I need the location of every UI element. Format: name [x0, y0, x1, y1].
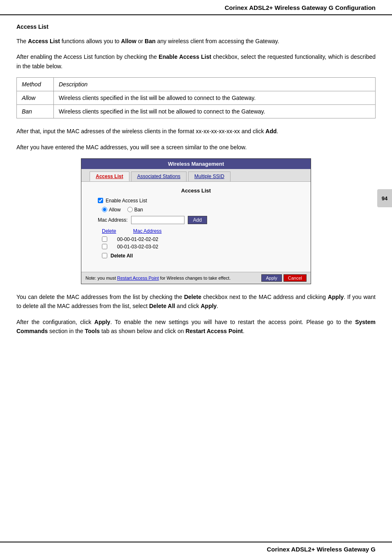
- table-header-description: Description: [54, 78, 376, 91]
- tab-associated-stations[interactable]: Associated Stations: [131, 171, 187, 181]
- delete-all-label: Delete All: [111, 253, 133, 259]
- wm-tabs: Access List Associated Stations Multiple…: [81, 169, 311, 182]
- list-item: 00-01-03-02-03-02: [90, 244, 302, 250]
- page-footer: Corinex ADSL2+ Wireless Gateway G: [0, 542, 392, 556]
- restart-access-point-link[interactable]: Restart Access Point: [117, 276, 159, 280]
- main-content: Access List The Access List functions al…: [0, 15, 392, 375]
- mac-address-row: Mac Address: Add: [90, 216, 302, 224]
- wm-body: Access List Enable Access List Allow Ban: [81, 182, 311, 272]
- para4: After you have entered the MAC addresses…: [16, 143, 376, 152]
- table-row: Allow Wireless clients specified in the …: [17, 91, 376, 105]
- page-container: Corinex ADSL2+ Wireless Gateway G Config…: [0, 0, 392, 556]
- delete-all-checkbox[interactable]: [102, 253, 107, 258]
- enable-access-list-row: Enable Access List: [90, 198, 302, 204]
- wm-footer: Note: you must Restart Access Point for …: [81, 272, 311, 284]
- description-allow: Wireless clients specified in the list w…: [54, 91, 376, 105]
- wm-header: Wireless Management: [81, 159, 311, 169]
- header-title: Corinex ADSL2+ Wireless Gateway G Config…: [225, 4, 376, 11]
- wireless-panel: Wireless Management Access List Associat…: [81, 158, 311, 284]
- enable-access-list-checkbox[interactable]: [98, 198, 103, 203]
- footer-note: Note: you must Restart Access Point for …: [85, 276, 231, 280]
- tab-access-list[interactable]: Access List: [90, 171, 129, 181]
- wm-section-title: Access List: [90, 188, 302, 194]
- method-table: Method Description Allow Wireless client…: [16, 77, 376, 118]
- para2: After enabling the Access List function …: [16, 52, 376, 71]
- footer-title: Corinex ADSL2+ Wireless Gateway G: [267, 546, 376, 553]
- list-header: Delete Mac Address: [90, 228, 302, 234]
- cancel-button[interactable]: Cancel: [284, 274, 307, 282]
- mac-address-label: Mac Address:: [98, 217, 128, 223]
- method-ban: Ban: [17, 105, 54, 118]
- para3: After that, input the MAC adresses of th…: [16, 127, 376, 136]
- footer-buttons: Apply Cancel: [261, 274, 307, 282]
- enable-access-list-label: Enable Access List: [106, 198, 147, 204]
- delete-checkbox-2[interactable]: [102, 244, 107, 249]
- tab-multiple-ssid[interactable]: Multiple SSID: [188, 171, 231, 181]
- para6: After the configuration, click Apply. To…: [16, 317, 376, 336]
- list-header-mac: Mac Address: [133, 228, 161, 234]
- section-title: Access List: [16, 23, 376, 30]
- para5: You can delete the MAC addresses from th…: [16, 292, 376, 311]
- delete-all-row: Delete All: [90, 253, 302, 259]
- mac-entry-1: 00-00-01-02-02-02: [117, 236, 158, 242]
- radio-ban-label[interactable]: Ban: [127, 207, 143, 213]
- apply-button[interactable]: Apply: [261, 274, 282, 282]
- para1: The Access List functions allows you to …: [16, 37, 376, 46]
- table-header-method: Method: [17, 78, 54, 91]
- description-ban: Wireless clients specified in the list w…: [54, 105, 376, 118]
- method-allow: Allow: [17, 91, 54, 105]
- mac-address-input[interactable]: [131, 216, 184, 224]
- radio-ban[interactable]: [127, 207, 133, 212]
- delete-checkbox-1[interactable]: [102, 236, 107, 242]
- page-number-tab: 94: [377, 189, 392, 207]
- radio-group: Allow Ban: [90, 207, 302, 213]
- table-row: Ban Wireless clients specified in the li…: [17, 105, 376, 118]
- wm-header-title: Wireless Management: [168, 161, 224, 167]
- list-item: 00-00-01-02-02-02: [90, 236, 302, 242]
- page-header: Corinex ADSL2+ Wireless Gateway G Config…: [0, 0, 392, 15]
- add-button[interactable]: Add: [188, 216, 207, 224]
- list-header-delete: Delete: [102, 228, 127, 234]
- mac-entry-2: 00-01-03-02-03-02: [117, 244, 158, 250]
- radio-allow[interactable]: [102, 207, 107, 212]
- radio-allow-label[interactable]: Allow: [102, 207, 121, 213]
